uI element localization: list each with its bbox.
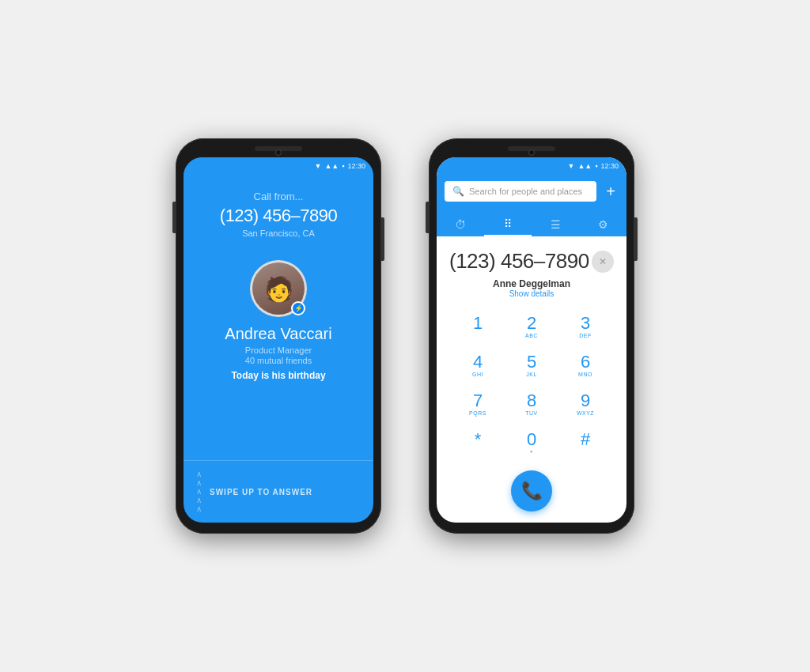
chevron-1: ∧	[196, 470, 202, 478]
key-letters-5: JKL	[526, 372, 537, 379]
recents-icon: ⏱	[455, 218, 466, 231]
key-#[interactable]: #	[560, 425, 611, 461]
key-digit-0: 0	[527, 431, 536, 448]
phone-dialer: ▼ ▲▲ ▪ 12:30 🔍 Search for people and pla…	[429, 138, 634, 534]
key-digit-#: #	[581, 431, 590, 448]
key-letters-0: +	[530, 449, 534, 456]
key-7[interactable]: 7PQRS	[452, 387, 503, 422]
key-0[interactable]: 0+	[506, 425, 557, 461]
tab-contacts[interactable]: ☰	[532, 213, 579, 236]
key-letters-3: DEF	[579, 333, 592, 340]
dialer-tabs: ⏱ ⠿ ☰ ⚙	[437, 210, 626, 236]
chevron-2: ∧	[196, 479, 202, 487]
call-button[interactable]: 📞	[511, 470, 552, 512]
dialer-wifi-icon: ▼	[568, 162, 575, 170]
key-letters-8: TUV	[525, 410, 538, 417]
contacts-icon: ☰	[551, 218, 561, 231]
key-3[interactable]: 3DEF	[560, 309, 611, 345]
search-input-box[interactable]: 🔍 Search for people and places	[445, 181, 596, 202]
key-1[interactable]: 1	[452, 309, 503, 345]
signal-icon: ▲▲	[324, 162, 339, 170]
add-contact-button[interactable]: +	[603, 183, 619, 201]
phone2-power-button	[634, 217, 638, 261]
search-placeholder: Search for people and places	[469, 187, 589, 196]
key-8[interactable]: 8TUV	[506, 387, 557, 422]
key-digit-9: 9	[581, 392, 590, 410]
call-from-label: Call from...	[199, 191, 358, 202]
phones-container: ▼ ▲▲ ▪ 12:30 Call from... (123) 456–7890…	[144, 107, 666, 565]
chevron-5: ∧	[196, 505, 202, 513]
key-9[interactable]: 9WXYZ	[560, 387, 611, 422]
swipe-label: SWIPE UP TO ANSWER	[210, 488, 312, 496]
dialer-status-icons: ▼ ▲▲ ▪ 12:30	[568, 162, 619, 170]
dialer-clock: 12:30	[600, 162, 619, 170]
tab-settings[interactable]: ⚙	[579, 213, 626, 236]
call-from-section: Call from... (123) 456–7890 San Francisc…	[184, 175, 373, 238]
key-digit-2: 2	[527, 315, 536, 332]
key-2[interactable]: 2ABC	[506, 309, 557, 345]
swipe-section[interactable]: ∧ ∧ ∧ ∧ ∧ SWIPE UP TO ANSWER	[184, 460, 373, 523]
key-letters-4: GHI	[472, 372, 483, 379]
dialer-signal-icon: ▲▲	[577, 162, 592, 170]
phone-camera	[275, 149, 282, 156]
dialer-icon: ⠿	[504, 217, 512, 230]
key-digit-8: 8	[527, 392, 536, 410]
status-icons: ▼ ▲▲ ▪ 12:30	[315, 162, 365, 170]
chevron-4: ∧	[196, 496, 202, 504]
power-button	[381, 217, 384, 261]
search-icon: 🔍	[452, 186, 464, 197]
key-digit-7: 7	[473, 392, 483, 410]
key-*[interactable]: *	[452, 425, 503, 461]
dialer-screen: ▼ ▲▲ ▪ 12:30 🔍 Search for people and pla…	[437, 157, 626, 523]
number-display: (123) 456–7890 ✕	[437, 236, 626, 278]
backspace-icon: ✕	[599, 256, 607, 267]
key-letters-7: PQRS	[469, 410, 486, 417]
key-4[interactable]: 4GHI	[452, 348, 503, 383]
call-button-row: 📞	[437, 464, 626, 523]
key-digit-1: 1	[473, 315, 483, 332]
phone-incoming-call: ▼ ▲▲ ▪ 12:30 Call from... (123) 456–7890…	[176, 138, 381, 534]
dialer-status-bar: ▼ ▲▲ ▪ 12:30	[437, 157, 626, 175]
caller-mutual: 40 mutual friends	[245, 356, 312, 365]
clock: 12:30	[347, 162, 365, 170]
key-letters-2: ABC	[525, 333, 538, 340]
phone2-camera	[528, 149, 535, 156]
key-digit-*: *	[475, 431, 482, 448]
status-bar: ▼ ▲▲ ▪ 12:30	[184, 157, 373, 175]
call-location: San Francisco, CA	[199, 228, 358, 238]
avatar-section: 🧑 ⚡ Andrea Vaccari Product Manager 40 mu…	[184, 260, 373, 381]
avatar-wrapper: 🧑 ⚡	[250, 260, 307, 317]
call-screen: ▼ ▲▲ ▪ 12:30 Call from... (123) 456–7890…	[184, 157, 373, 523]
phone2-volume-button	[426, 202, 429, 233]
key-digit-4: 4	[473, 353, 483, 371]
key-digit-5: 5	[527, 353, 536, 371]
key-letters-6: MNO	[578, 372, 592, 379]
keypad: 12ABC3DEF4GHI5JKL6MNO7PQRS8TUV9WXYZ*0+#	[437, 306, 626, 464]
contact-name: Anne Deggelman	[449, 278, 614, 289]
dialed-number: (123) 456–7890	[449, 249, 589, 274]
key-6[interactable]: 6MNO	[560, 348, 611, 383]
swipe-chevrons: ∧ ∧ ∧ ∧ ∧	[196, 470, 202, 513]
wifi-icon: ▼	[315, 162, 322, 170]
battery-icon: ▪	[342, 162, 344, 170]
messenger-badge: ⚡	[291, 301, 305, 315]
tab-recents[interactable]: ⏱	[437, 213, 484, 236]
messenger-icon: ⚡	[294, 304, 303, 312]
caller-title: Product Manager	[245, 345, 312, 355]
key-digit-6: 6	[581, 353, 590, 371]
call-phone-number: (123) 456–7890	[199, 206, 358, 226]
settings-icon: ⚙	[598, 218, 608, 231]
tab-dialer[interactable]: ⠿	[484, 213, 532, 236]
dialer-battery-icon: ▪	[595, 162, 597, 170]
contact-info-section: Anne Deggelman Show details	[437, 278, 626, 306]
caller-name: Andrea Vaccari	[225, 325, 331, 343]
show-details-link[interactable]: Show details	[449, 289, 614, 298]
key-5[interactable]: 5JKL	[506, 348, 557, 383]
caller-birthday: Today is his birthday	[231, 370, 325, 381]
volume-button	[172, 202, 176, 233]
backspace-button[interactable]: ✕	[592, 251, 614, 273]
chevron-3: ∧	[196, 488, 202, 496]
phone-icon: 📞	[521, 481, 543, 501]
key-letters-9: WXYZ	[577, 410, 594, 417]
search-bar: 🔍 Search for people and places +	[437, 175, 626, 210]
